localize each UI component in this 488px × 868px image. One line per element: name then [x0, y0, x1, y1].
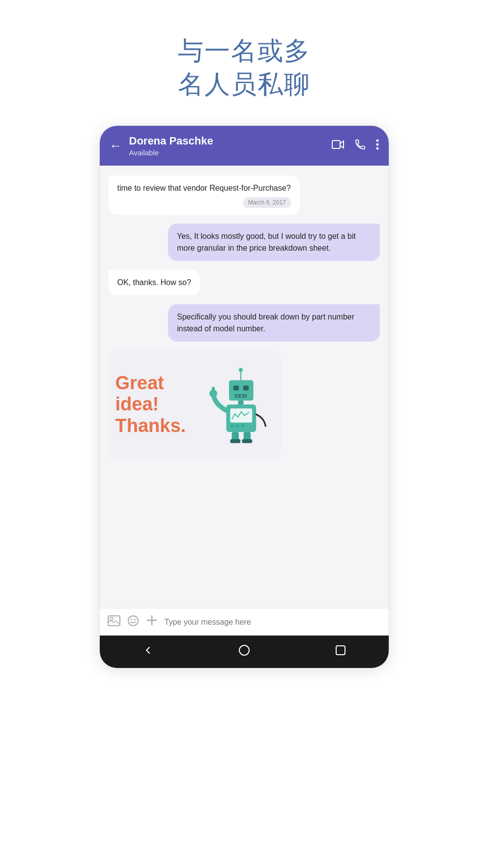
message-row: OK, thanks. How so?	[109, 270, 380, 295]
svg-rect-24	[242, 439, 253, 443]
svg-rect-23	[230, 439, 241, 443]
svg-rect-20	[212, 387, 215, 394]
svg-point-2	[376, 143, 378, 145]
more-options-button[interactable]	[376, 139, 379, 153]
svg-rect-0	[332, 141, 340, 148]
svg-point-32	[239, 645, 249, 655]
sticker-content: Greatidea!Thanks.	[115, 365, 275, 444]
message-text: time to review that vendor Request-for-P…	[117, 182, 291, 194]
svg-point-29	[134, 619, 136, 620]
svg-point-16	[230, 424, 233, 427]
message-bubble: time to review that vendor Request-for-P…	[109, 175, 300, 215]
svg-rect-13	[238, 401, 244, 405]
back-button[interactable]: ←	[110, 138, 122, 153]
svg-point-26	[110, 617, 113, 620]
svg-point-17	[236, 424, 239, 427]
svg-point-5	[239, 368, 243, 372]
message-row: time to review that vendor Request-for-P…	[109, 175, 380, 215]
chat-header: ← Dorena Paschke Available	[100, 126, 389, 166]
add-attachment-button[interactable]	[146, 614, 158, 630]
svg-point-28	[131, 619, 132, 620]
message-bubble: OK, thanks. How so?	[109, 270, 200, 295]
message-text: Yes, It looks mostly good, but I would t…	[177, 232, 356, 252]
contact-status: Available	[129, 148, 325, 157]
message-bubble: Specifically you should break down by pa…	[168, 304, 380, 342]
svg-point-1	[376, 139, 378, 142]
message-row: Specifically you should break down by pa…	[109, 304, 380, 342]
svg-rect-7	[233, 386, 239, 391]
image-picker-button[interactable]	[108, 615, 120, 629]
robot-illustration	[196, 365, 274, 444]
message-row: Yes, It looks mostly good, but I would t…	[109, 224, 380, 261]
svg-point-18	[241, 424, 244, 427]
svg-rect-25	[108, 616, 120, 626]
message-bubble: Yes, It looks mostly good, but I would t…	[168, 224, 380, 261]
input-bar	[100, 608, 389, 636]
phone-call-button[interactable]	[354, 139, 366, 153]
message-input[interactable]	[165, 618, 381, 627]
nav-home-button[interactable]	[238, 644, 250, 659]
sticker-bubble: Greatidea!Thanks.	[109, 350, 282, 459]
message-date: March 6, 2017	[243, 197, 291, 208]
nav-back-button[interactable]	[142, 644, 154, 659]
svg-rect-12	[244, 395, 246, 397]
chat-body: time to review that vendor Request-for-P…	[100, 166, 389, 608]
sticker-text: Greatidea!Thanks.	[115, 373, 186, 437]
contact-name: Dorena Paschke	[129, 135, 325, 147]
page-title: 与一名或多 名人员私聊	[178, 34, 311, 101]
svg-rect-11	[240, 395, 243, 397]
nav-recents-button[interactable]	[335, 645, 346, 659]
svg-rect-33	[336, 646, 345, 655]
nav-bar	[100, 636, 389, 668]
message-text: OK, thanks. How so?	[117, 278, 191, 287]
header-actions	[332, 139, 379, 153]
svg-point-27	[128, 616, 138, 626]
sticker-message-row: Greatidea!Thanks.	[109, 350, 380, 459]
svg-point-3	[376, 147, 378, 149]
phone-frame: ← Dorena Paschke Available	[99, 125, 389, 668]
svg-rect-6	[229, 380, 254, 401]
contact-info: Dorena Paschke Available	[129, 135, 325, 157]
svg-rect-10	[236, 395, 239, 397]
emoji-button[interactable]	[127, 615, 139, 630]
video-call-button[interactable]	[332, 139, 344, 153]
message-text: Specifically you should break down by pa…	[177, 313, 354, 333]
svg-rect-8	[243, 386, 249, 391]
